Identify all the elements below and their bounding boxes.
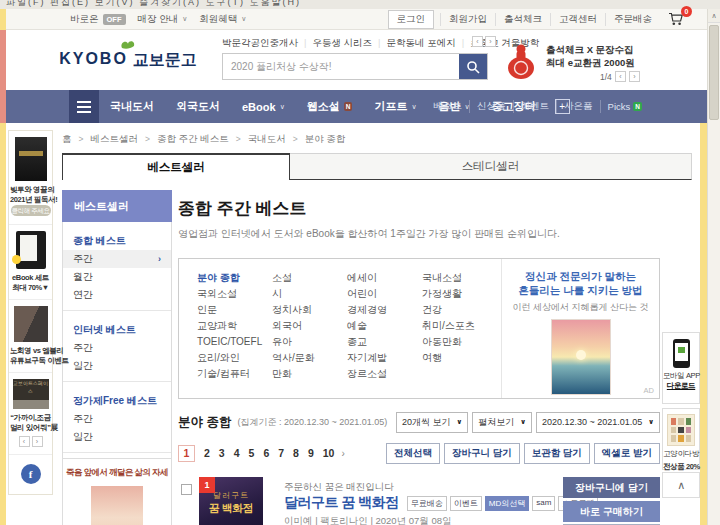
- facebook-link[interactable]: f: [9, 454, 52, 494]
- page-number[interactable]: 1: [178, 445, 195, 462]
- hot-keyword-link[interactable]: 우등생 시리즈: [312, 37, 386, 50]
- breadcrumb-item[interactable]: 종합 주간 베스트: [157, 133, 248, 146]
- list-action-button[interactable]: 장바구니 담기: [444, 443, 520, 464]
- attendance-link[interactable]: 출석체크: [495, 13, 550, 26]
- page-number[interactable]: 4: [234, 447, 240, 459]
- category-link[interactable]: 국외소설: [197, 289, 272, 299]
- kyobo-logo[interactable]: KYOBO 교보문고: [58, 39, 198, 71]
- category-link[interactable]: 교양과학: [197, 321, 272, 331]
- category-link[interactable]: 취미/스포츠: [422, 321, 497, 331]
- header-banner[interactable]: 출석체크 X 문장수집 최대 e교환권 2000원: [546, 43, 635, 69]
- add-to-cart-button[interactable]: 장바구니에 담기: [563, 477, 660, 498]
- sidebar-item-internet-weekly[interactable]: 주간: [63, 339, 171, 357]
- buy-now-button[interactable]: 바로 구매하기: [563, 501, 660, 522]
- page-number[interactable]: 2: [204, 447, 210, 459]
- app-download-link[interactable]: 다운로드: [663, 381, 699, 391]
- category-link[interactable]: 분야 종합: [197, 273, 272, 283]
- page-number[interactable]: 10: [323, 447, 335, 459]
- left-ad-prev-button[interactable]: ‹: [19, 436, 30, 447]
- customer-center-link[interactable]: 고객센터: [550, 13, 605, 26]
- category-link[interactable]: 자기계발: [347, 353, 422, 363]
- category-link[interactable]: 외국어: [272, 321, 347, 331]
- category-link[interactable]: TOEIC/TOEFL: [197, 337, 272, 347]
- category-link[interactable]: 종교: [347, 337, 422, 347]
- quick-event-link[interactable]: 이벤트: [514, 100, 558, 113]
- quick-best-link[interactable]: 베스트: [427, 100, 471, 113]
- sidebar-item-monthly[interactable]: 월간: [63, 268, 171, 286]
- hot-keyword-link[interactable]: 박문각공인중개사: [222, 37, 312, 50]
- breadcrumb-item[interactable]: 베스트셀러: [90, 133, 156, 146]
- sidebar-ad[interactable]: 죽음 앞에서 깨달은 삶의 자세: [62, 458, 172, 525]
- nav-ebook[interactable]: eBook∨: [231, 101, 296, 113]
- order-delivery-link[interactable]: 주문배송: [605, 13, 660, 26]
- category-link[interactable]: 정치사회: [272, 305, 347, 315]
- member-benefit-menu[interactable]: 회원혜택 ∨: [199, 13, 246, 26]
- left-ad-book[interactable]: 빚투와 영끌의 2021년 필독서! 클릭해 주세요: [9, 131, 52, 224]
- nav-gift[interactable]: 기프트∨: [363, 99, 427, 114]
- category-link[interactable]: 소설: [272, 273, 347, 283]
- book-title-link[interactable]: 달러구트 꿈 백화점: [284, 494, 399, 512]
- left-ad-next-button[interactable]: ›: [32, 436, 43, 447]
- hot-keyword-link[interactable]: 문학동네 포에지: [387, 37, 471, 50]
- category-link[interactable]: 국내소설: [422, 273, 497, 283]
- store-guide-menu[interactable]: 매장 안내 ∨: [138, 13, 188, 26]
- category-link[interactable]: 예술: [347, 321, 422, 331]
- category-link[interactable]: 만화: [272, 369, 347, 379]
- category-link[interactable]: 기술/컴퓨터: [197, 369, 272, 379]
- list-action-button[interactable]: 보관함 담기: [524, 443, 590, 464]
- search-input[interactable]: [223, 54, 459, 79]
- page-number[interactable]: 7: [278, 447, 284, 459]
- category-link[interactable]: 유아: [272, 337, 347, 347]
- quick-new-link[interactable]: 신상품: [470, 100, 514, 113]
- keywords-next-button[interactable]: ›: [485, 36, 496, 47]
- tab-steadyseller[interactable]: 스테디셀러: [290, 153, 692, 180]
- page-number[interactable]: 3: [219, 447, 225, 459]
- nav-webnovel[interactable]: 웹소설N: [296, 99, 364, 114]
- category-link[interactable]: 경제경영: [347, 305, 422, 315]
- page-number[interactable]: 5: [249, 447, 255, 459]
- list-action-button[interactable]: 엑셀로 받기: [594, 443, 660, 464]
- banner-next-button[interactable]: ›: [629, 71, 640, 82]
- sidebar-item-weekly[interactable]: 주간 ›: [63, 250, 171, 268]
- breadcrumb-item[interactable]: 분야 종합: [305, 133, 346, 146]
- breadcrumb-item[interactable]: 홈: [62, 133, 90, 146]
- category-link[interactable]: 에세이: [347, 273, 422, 283]
- left-ad-artspace[interactable]: 교보아트스페이스 “가까이,조금 멀리 있어줘”展 ‹ ›: [9, 372, 52, 454]
- login-button[interactable]: 로그인: [388, 10, 435, 29]
- category-link[interactable]: 여행: [422, 353, 497, 363]
- sidebar-item-fixedprice-weekly[interactable]: 주간: [63, 410, 171, 428]
- quick-gift-link[interactable]: 사은품: [557, 100, 601, 113]
- book-checkbox[interactable]: [181, 484, 192, 495]
- breadcrumb-item[interactable]: 국내도서: [248, 133, 305, 146]
- left-ad-youtube[interactable]: 노희영 vs 엠블리 유튜브구독 이벤트: [9, 299, 52, 372]
- sidebar-heading-internet-best[interactable]: 인터넷 베스트: [63, 317, 171, 339]
- cart-button[interactable]: 0: [668, 12, 685, 26]
- browser-scrollbar[interactable]: ∧: [707, 9, 720, 525]
- sidebar-heading-total-best[interactable]: 종합 베스트: [63, 228, 171, 250]
- category-link[interactable]: 요리/와인: [197, 353, 272, 363]
- page-number[interactable]: 6: [263, 447, 269, 459]
- left-ad-ebook[interactable]: eBook 세트 최대 70%▼: [9, 224, 52, 299]
- keywords-prev-button[interactable]: ‹: [472, 36, 483, 47]
- promo-ad[interactable]: 정신과 전문의가 말하는 흔들리는 나를 지키는 방법 이런 세상에서 지혜롭게…: [501, 259, 659, 398]
- sidebar-item-yearly[interactable]: 연간: [63, 286, 171, 304]
- sidebar-item-internet-daily[interactable]: 일간: [63, 357, 171, 375]
- signup-link[interactable]: 회원가입: [440, 13, 495, 26]
- nav-foreign-books[interactable]: 외국도서: [165, 99, 231, 114]
- tab-bestseller[interactable]: 베스트셀러: [62, 153, 290, 180]
- cat-cafe-widget[interactable]: 고양이다방 전상품 20%: [662, 408, 700, 470]
- category-link[interactable]: 역사/문화: [272, 353, 347, 363]
- search-button[interactable]: [459, 54, 487, 79]
- category-link[interactable]: 장르소설: [347, 369, 422, 379]
- category-link[interactable]: 가정생활: [422, 289, 497, 299]
- category-link[interactable]: 아동만화: [422, 337, 497, 347]
- quick-picks-link[interactable]: Picks N: [601, 101, 649, 112]
- category-link[interactable]: 어린이: [347, 289, 422, 299]
- page-number[interactable]: 8: [293, 447, 299, 459]
- select-dropdown[interactable]: 20개씩 보기 ∨: [396, 412, 468, 433]
- hamburger-menu-icon[interactable]: [69, 90, 99, 123]
- scroll-to-top-button[interactable]: ∧: [662, 472, 700, 498]
- mobile-app-widget[interactable]: 모바일 APP 다운로드: [662, 332, 700, 404]
- category-link[interactable]: 건강: [422, 305, 497, 315]
- baroon-toggle[interactable]: 바로온 OFF: [70, 13, 126, 26]
